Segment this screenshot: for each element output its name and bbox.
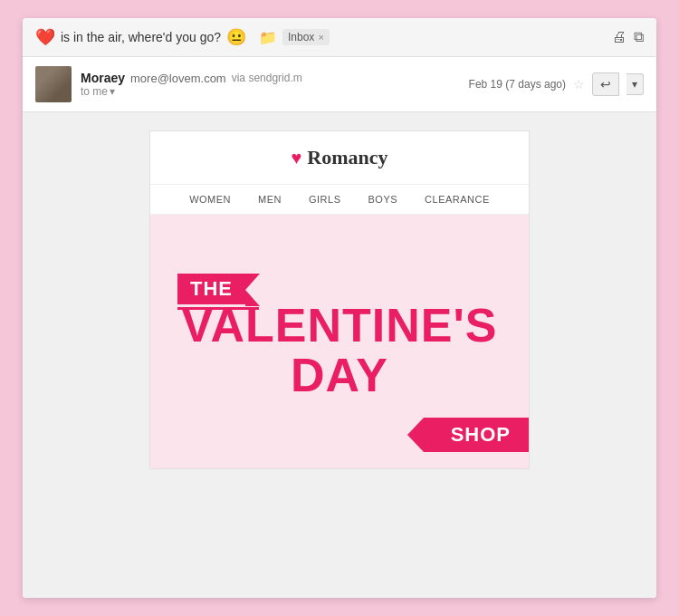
brand-header: ♥ Romancy (150, 131, 529, 185)
valentine-day-text: VALENTINE'S DAY (182, 301, 498, 399)
inbox-close-button[interactable]: × (318, 32, 323, 43)
inbox-badge: Inbox × (282, 29, 330, 45)
nav-item-clearance[interactable]: CLEARANCE (425, 194, 490, 205)
email-body: ♥ Romancy WOMEN MEN GIRLS BOYS CLEARANCE… (149, 130, 530, 469)
brand-hearts-icon: ♥ (291, 148, 301, 168)
sender-name-line: Moraey more@lovem.com via sendgrid.m (81, 71, 460, 85)
reply-button[interactable]: ↩ (592, 72, 619, 96)
sender-email: more@lovem.com (130, 72, 226, 85)
sender-name: Moraey (81, 71, 125, 85)
email-content: ♥ Romancy WOMEN MEN GIRLS BOYS CLEARANCE… (23, 112, 656, 598)
emoji-icon: 😐 (226, 27, 246, 47)
avatar (35, 66, 72, 102)
sender-row: Moraey more@lovem.com via sendgrid.m to … (23, 57, 656, 112)
shop-label[interactable]: SHOP (424, 418, 529, 452)
nav-bar: WOMEN MEN GIRLS BOYS CLEARANCE (150, 185, 529, 215)
print-icon[interactable]: 🖨 (612, 29, 626, 45)
popout-icon[interactable]: ⧉ (634, 29, 644, 45)
heart-icon: ❤️ (35, 27, 55, 47)
subject-text: is in the air, where'd you go? (61, 30, 221, 44)
nav-item-women[interactable]: WOMEN (189, 194, 231, 205)
top-bar: ❤️ is in the air, where'd you go? 😐 📁 In… (23, 18, 656, 57)
sender-info: Moraey more@lovem.com via sendgrid.m to … (81, 71, 460, 98)
date-area: Feb 19 (7 days ago) ☆ ↩ ▾ (469, 72, 644, 96)
the-label-line (177, 307, 259, 310)
to-me[interactable]: to me ▾ (81, 85, 460, 98)
via-text: via sendgrid.m (232, 72, 302, 84)
email-window: ❤️ is in the air, where'd you go? 😐 📁 In… (23, 18, 656, 598)
date-text: Feb 19 (7 days ago) (469, 78, 566, 91)
the-label: THE (177, 274, 245, 304)
brand-name: Romancy (307, 146, 387, 169)
more-button[interactable]: ▾ (626, 73, 644, 95)
nav-item-girls[interactable]: GIRLS (309, 194, 341, 205)
nav-item-boys[interactable]: BOYS (368, 194, 398, 205)
top-bar-actions: 🖨 ⧉ (612, 29, 644, 45)
nav-item-men[interactable]: MEN (258, 194, 282, 205)
hero-section: THE VALENTINE'S DAY SHOP (150, 215, 529, 468)
subject-area: ❤️ is in the air, where'd you go? 😐 📁 In… (35, 27, 605, 47)
folder-icon: 📁 (259, 29, 277, 46)
inbox-label: Inbox (288, 31, 314, 43)
star-icon[interactable]: ☆ (573, 77, 585, 91)
